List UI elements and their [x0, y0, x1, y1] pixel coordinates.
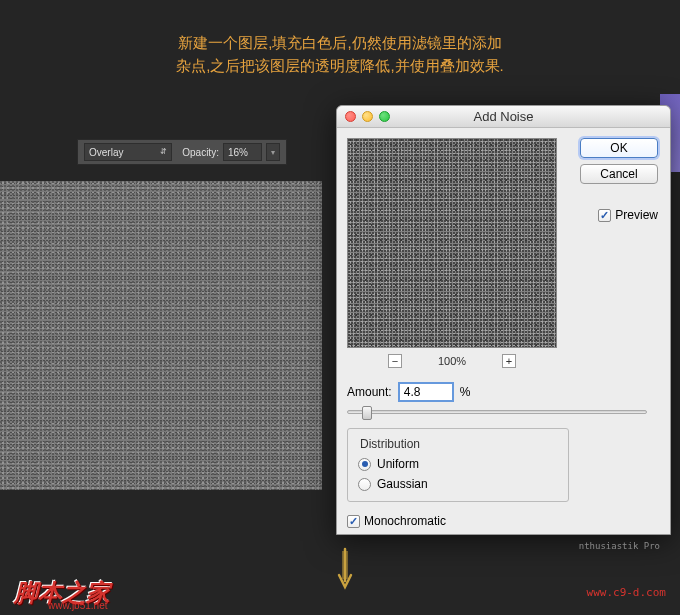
dialog-title: Add Noise	[337, 109, 670, 124]
cancel-button[interactable]: Cancel	[580, 164, 658, 184]
distribution-fieldset: Distribution Uniform Gaussian	[347, 428, 569, 502]
checkbox-icon[interactable]: ✓	[598, 209, 611, 222]
canvas-preview	[0, 181, 322, 490]
preview-checkbox-label: Preview	[615, 208, 658, 222]
zoom-out-button[interactable]: −	[388, 354, 402, 368]
opacity-value[interactable]: 16%	[223, 143, 262, 161]
instruction-line: 杂点,之后把该图层的透明度降低,并使用叠加效果.	[0, 55, 680, 78]
watermark-url: www.jb51.net	[48, 600, 107, 611]
zoom-in-button[interactable]: +	[502, 354, 516, 368]
checkbox-icon[interactable]: ✓	[347, 515, 360, 528]
opacity-dropdown-icon[interactable]: ▾	[266, 143, 280, 161]
down-arrow-icon	[336, 547, 354, 591]
amount-label: Amount:	[347, 385, 392, 399]
radio-icon[interactable]	[358, 458, 371, 471]
radio-label: Gaussian	[377, 477, 428, 491]
radio-gaussian[interactable]: Gaussian	[358, 477, 558, 491]
radio-uniform[interactable]: Uniform	[358, 457, 558, 471]
radio-icon[interactable]	[358, 478, 371, 491]
instruction-line: 新建一个图层,填充白色后,仍然使用滤镜里的添加	[0, 32, 680, 55]
footer-small-text: nthusiastik Pro	[579, 541, 660, 551]
slider-thumb[interactable]	[362, 406, 372, 420]
opacity-label: Opacity:	[182, 147, 219, 158]
noise-preview[interactable]	[347, 138, 557, 348]
instruction-text: 新建一个图层,填充白色后,仍然使用滤镜里的添加 杂点,之后把该图层的透明度降低,…	[0, 32, 680, 77]
blend-mode-value: Overlay	[89, 147, 123, 158]
amount-unit: %	[460, 385, 471, 399]
source-url: www.c9-d.com	[587, 586, 666, 599]
zoom-level: 100%	[438, 355, 466, 367]
distribution-legend: Distribution	[356, 437, 424, 451]
layer-options-bar: Overlay ⇵ Opacity: 16% ▾	[77, 139, 287, 165]
amount-input[interactable]	[398, 382, 454, 402]
ok-button[interactable]: OK	[580, 138, 658, 158]
zoom-controls: − 100% +	[347, 354, 557, 368]
monochromatic-label: Monochromatic	[364, 514, 446, 528]
amount-slider[interactable]	[347, 410, 647, 414]
monochromatic-checkbox-row[interactable]: ✓ Monochromatic	[347, 514, 660, 528]
select-arrows-icon: ⇵	[160, 148, 167, 156]
preview-checkbox-row[interactable]: ✓ Preview	[598, 208, 658, 222]
blend-mode-select[interactable]: Overlay ⇵	[84, 143, 172, 161]
dialog-titlebar[interactable]: Add Noise	[337, 106, 670, 128]
radio-label: Uniform	[377, 457, 419, 471]
add-noise-dialog: Add Noise − 100% + OK Cancel ✓ Preview A…	[336, 105, 671, 535]
